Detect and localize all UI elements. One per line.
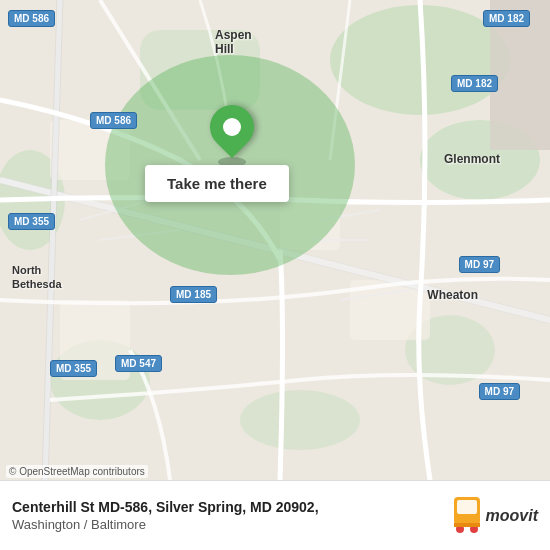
moovit-icon [450,495,484,537]
road-label-md182-top: MD 182 [483,10,530,27]
bottom-bar: Centerhill St MD-586, Silver Spring, MD … [0,480,550,550]
place-label-aspen-hill: AspenHill [215,28,252,56]
road-label-md355: MD 355 [8,213,55,230]
road-label-md586-mid: MD 586 [90,112,137,129]
moovit-logo: moovit [450,495,538,537]
place-label-north-bethesda: NorthBethesda [12,263,62,292]
road-label-md185: MD 185 [170,286,217,303]
svg-rect-27 [454,523,480,527]
road-label-md355-bot: MD 355 [50,360,97,377]
road-label-md547: MD 547 [115,355,162,372]
place-label-glenmont: Glenmont [444,152,500,166]
moovit-text: moovit [486,507,538,525]
road-label-md97-bot: MD 97 [479,383,520,400]
svg-point-5 [240,390,360,450]
address-line1: Centerhill St MD-586, Silver Spring, MD … [12,499,440,515]
address-line2: Washington / Baltimore [12,517,440,532]
map-container: Take me there MD 586 MD 182 MD 586 MD 18… [0,0,550,480]
take-me-there-button[interactable]: Take me there [145,165,289,202]
location-pin [210,105,254,149]
road-label-md97: MD 97 [459,256,500,273]
address-block: Centerhill St MD-586, Silver Spring, MD … [12,499,440,532]
svg-rect-24 [457,500,477,514]
road-label-md586-top: MD 586 [8,10,55,27]
road-label-md182-mid: MD 182 [451,75,498,92]
osm-attribution: © OpenStreetMap contributors [6,465,148,478]
place-label-wheaton: Wheaton [427,288,478,302]
